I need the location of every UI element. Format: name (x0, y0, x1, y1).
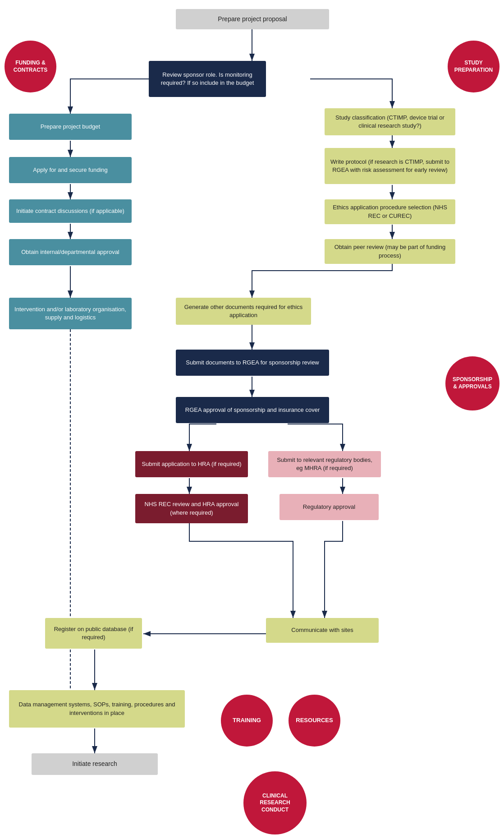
obtain-internal-box: Obtain internal/departmental approval (9, 239, 132, 265)
training-circle: TRAINING (221, 695, 273, 747)
prepare-proposal-box: Prepare project proposal (176, 9, 329, 29)
regulatory-approval-box: Regulatory approval (279, 494, 379, 520)
communicate-sites-box: Communicate with sites (266, 618, 379, 643)
data-management-box: Data management systems, SOPs, training,… (9, 690, 185, 728)
initiate-contract-box: Initiate contract discussions (if applic… (9, 199, 132, 223)
resources-circle: RESOURCES (289, 695, 340, 747)
sponsorship-approvals-circle: SPONSORSHIP & APPROVALS (445, 356, 499, 410)
prepare-budget-box: Prepare project budget (9, 114, 132, 140)
submit-regulatory-box: Submit to relevant regulatory bodies, eg… (268, 451, 381, 477)
review-sponsor-box: Review sponsor role. Is monitoring requi… (149, 61, 266, 97)
flowchart: Prepare project proposal FUNDING & CONTR… (0, 0, 504, 839)
clinical-conduct-circle: CLINICAL RESEARCH CONDUCT (243, 771, 307, 834)
submit-rgea-box: Submit documents to RGEA for sponsorship… (176, 350, 329, 376)
apply-funding-box: Apply for and secure funding (9, 157, 132, 183)
study-preparation-circle: STUDY PREPARATION (448, 41, 499, 92)
initiate-research-box: Initiate research (32, 753, 158, 775)
obtain-peer-box: Obtain peer review (may be part of fundi… (325, 239, 455, 264)
write-protocol-box: Write protocol (if research is CTIMP, su… (325, 148, 455, 184)
register-database-box: Register on public database (if required… (45, 618, 142, 649)
nhs-rec-box: NHS REC review and HRA approval (where r… (135, 494, 248, 523)
study-classification-box: Study classification (CTIMP, device tria… (325, 108, 455, 135)
rgea-approval-box: RGEA approval of sponsorship and insuran… (176, 397, 329, 423)
generate-docs-box: Generate other documents required for et… (176, 298, 311, 325)
ethics-application-box: Ethics application procedure selection (… (325, 199, 455, 224)
submit-hra-box: Submit application to HRA (if required) (135, 451, 248, 477)
intervention-box: Intervention and/or laboratory organisat… (9, 298, 132, 329)
funding-contracts-circle: FUNDING & CONTRACTS (5, 41, 56, 92)
